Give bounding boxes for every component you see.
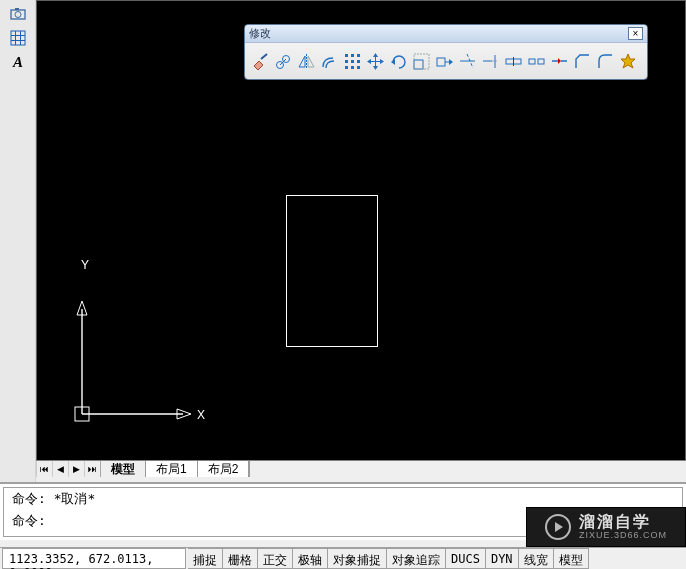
- coordinate-display: 1123.3352, 672.0113, 0.0000: [2, 548, 186, 569]
- left-toolbar: A: [0, 0, 36, 482]
- tab-nav-prev[interactable]: ◀: [52, 461, 68, 477]
- explode-icon[interactable]: [619, 49, 638, 73]
- erase-icon[interactable]: [251, 49, 270, 73]
- toggle-ducs[interactable]: DUCS: [446, 548, 486, 569]
- svg-marker-41: [449, 59, 453, 65]
- mirror-icon[interactable]: [297, 49, 316, 73]
- offset-icon[interactable]: [320, 49, 339, 73]
- break-icon[interactable]: [527, 49, 546, 73]
- toggle-lwt[interactable]: 线宽: [519, 548, 554, 569]
- trim-icon[interactable]: [458, 49, 477, 73]
- close-icon[interactable]: ×: [628, 27, 643, 40]
- svg-rect-14: [75, 407, 89, 421]
- join-icon[interactable]: [550, 49, 569, 73]
- rotate-icon[interactable]: [389, 49, 408, 73]
- svg-rect-40: [437, 58, 445, 66]
- svg-rect-30: [357, 66, 360, 69]
- toggle-grid[interactable]: 栅格: [223, 548, 258, 569]
- status-bar: 1123.3352, 672.0113, 0.0000 捕捉 栅格 正交 极轴 …: [0, 547, 686, 569]
- svg-marker-9: [77, 301, 87, 315]
- svg-rect-39: [414, 54, 429, 69]
- svg-rect-2: [15, 8, 19, 10]
- watermark-title: 溜溜自学: [579, 513, 667, 531]
- toggle-dyn[interactable]: DYN: [486, 548, 519, 569]
- svg-marker-15: [254, 61, 263, 70]
- svg-marker-56: [555, 522, 563, 532]
- svg-rect-50: [538, 59, 544, 64]
- svg-marker-21: [308, 56, 314, 67]
- modify-toolbar-title: 修改: [249, 26, 628, 41]
- svg-rect-26: [351, 60, 354, 63]
- tab-model[interactable]: 模型: [101, 461, 146, 477]
- svg-marker-36: [380, 59, 384, 64]
- svg-marker-34: [373, 66, 378, 70]
- watermark-url: ZIXUE.3D66.COM: [579, 531, 667, 541]
- svg-marker-12: [177, 409, 191, 419]
- tab-layout1[interactable]: 布局1: [146, 461, 198, 477]
- tab-layout2[interactable]: 布局2: [198, 461, 250, 477]
- svg-rect-3: [11, 31, 25, 45]
- toggle-otrack[interactable]: 对象追踪: [387, 548, 446, 569]
- svg-marker-20: [299, 56, 305, 67]
- grid-icon[interactable]: [8, 28, 28, 48]
- svg-marker-35: [367, 59, 371, 64]
- text-icon[interactable]: A: [8, 52, 28, 72]
- extend-icon[interactable]: [481, 49, 500, 73]
- svg-rect-38: [414, 60, 423, 69]
- ucs-icon: Y X: [55, 249, 215, 449]
- svg-rect-25: [345, 60, 348, 63]
- svg-marker-53: [558, 58, 561, 64]
- svg-point-1: [15, 12, 21, 18]
- tab-nav-last[interactable]: ⏭: [84, 461, 100, 477]
- modify-toolbar: 修改 ×: [244, 24, 648, 80]
- svg-rect-27: [357, 60, 360, 63]
- chamfer-icon[interactable]: [573, 49, 592, 73]
- copy-icon[interactable]: [274, 49, 293, 73]
- toggle-osnap[interactable]: 对象捕捉: [328, 548, 387, 569]
- array-icon[interactable]: [343, 49, 362, 73]
- play-icon: [545, 514, 571, 540]
- watermark: 溜溜自学 ZIXUE.3D66.COM: [526, 507, 686, 547]
- svg-marker-33: [373, 53, 378, 57]
- svg-line-16: [261, 54, 267, 59]
- svg-rect-49: [529, 59, 535, 64]
- svg-text:Y: Y: [81, 258, 89, 272]
- drawing-canvas[interactable]: Y X 修改 ×: [36, 0, 686, 470]
- fillet-icon[interactable]: [596, 49, 615, 73]
- move-icon[interactable]: [366, 49, 385, 73]
- svg-marker-54: [621, 54, 635, 68]
- svg-rect-29: [351, 66, 354, 69]
- svg-text:X: X: [197, 408, 205, 422]
- tab-nav-next[interactable]: ▶: [68, 461, 84, 477]
- svg-rect-23: [351, 54, 354, 57]
- camera-icon[interactable]: [8, 4, 28, 24]
- toggle-ortho[interactable]: 正交: [258, 548, 293, 569]
- stretch-icon[interactable]: [435, 49, 454, 73]
- modify-toolbar-titlebar[interactable]: 修改 ×: [245, 25, 647, 43]
- tab-nav-first[interactable]: ⏮: [36, 461, 52, 477]
- scale-icon[interactable]: [412, 49, 431, 73]
- toggle-polar[interactable]: 极轴: [293, 548, 328, 569]
- break-at-point-icon[interactable]: [504, 49, 523, 73]
- layout-tabs: ⏮ ◀ ▶ ⏭ 模型 布局1 布局2: [36, 460, 686, 477]
- toggle-snap[interactable]: 捕捉: [188, 548, 223, 569]
- svg-rect-22: [345, 54, 348, 57]
- svg-rect-28: [345, 66, 348, 69]
- toggle-model[interactable]: 模型: [554, 548, 589, 569]
- rectangle-entity[interactable]: [286, 195, 378, 347]
- svg-rect-24: [357, 54, 360, 57]
